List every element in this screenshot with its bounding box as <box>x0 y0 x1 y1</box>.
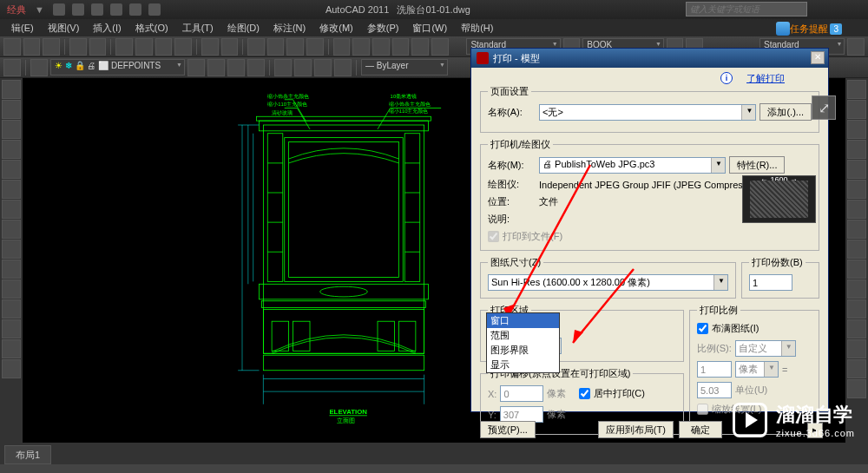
tool-hatch-icon[interactable] <box>2 259 21 279</box>
qat-new-icon[interactable] <box>53 3 65 16</box>
tool-chamfer-icon[interactable] <box>847 339 866 358</box>
tool-zoom-window-icon[interactable] <box>286 38 304 56</box>
printer-name-select[interactable]: 🖨 PublishToWeb JPG.pc3 <box>539 157 726 174</box>
tool-copy2-icon[interactable] <box>847 100 866 119</box>
qat-redo-icon[interactable] <box>129 3 141 16</box>
tool-offset-icon[interactable] <box>847 140 866 159</box>
tool-insert-icon[interactable] <box>294 59 312 76</box>
menu-tools[interactable]: 工具(T) <box>175 20 220 36</box>
tool-zoom-previous-icon[interactable] <box>306 38 324 56</box>
ok-button[interactable]: 确定 <box>679 421 722 438</box>
tool-layerstate-icon[interactable] <box>30 59 48 76</box>
tool-join-icon[interactable] <box>847 319 866 338</box>
tab-layout1[interactable]: 布局1 <box>4 445 51 464</box>
add-page-setup-button[interactable]: 添加(.)... <box>760 103 812 121</box>
tool-ellipse-icon[interactable] <box>2 240 21 259</box>
plot-range-dropdown-list[interactable]: 窗口 范围 图形界限 显示 <box>486 312 560 373</box>
tool-open-icon[interactable] <box>23 38 41 56</box>
tool-edit-icon[interactable] <box>314 59 332 76</box>
menu-view[interactable]: 视图(V) <box>41 20 87 36</box>
tool-toolpalette-icon[interactable] <box>372 38 390 56</box>
tool-spline-icon[interactable] <box>2 220 21 239</box>
tool-stretch-icon[interactable] <box>847 240 866 259</box>
tool-mld-icon[interactable] <box>847 38 865 56</box>
tool-erase-icon[interactable] <box>847 80 866 99</box>
tool-fillet-icon[interactable] <box>847 359 866 378</box>
center-plot-checkbox[interactable] <box>579 388 590 399</box>
tool-explode-icon[interactable] <box>847 379 866 398</box>
tool-save-icon[interactable] <box>43 38 60 56</box>
tool-cut-icon[interactable] <box>115 38 133 56</box>
tool-region-icon[interactable] <box>2 299 21 319</box>
tool-extend-icon[interactable] <box>847 279 866 299</box>
menu-parametric[interactable]: 参数(P) <box>360 20 406 36</box>
tool-text-icon[interactable] <box>2 339 21 358</box>
qat-open-icon[interactable] <box>72 3 84 16</box>
tool-xline-icon[interactable] <box>2 100 21 119</box>
qat-save-icon[interactable] <box>91 3 103 16</box>
tool-trim-icon[interactable] <box>847 259 866 279</box>
linetype-dropdown[interactable]: — ByLayer <box>361 59 448 76</box>
tool-break-icon[interactable] <box>847 299 866 319</box>
qat-undo-icon[interactable] <box>110 3 122 16</box>
apply-layout-button[interactable]: 应用到布局(T) <box>598 421 674 438</box>
info-icon[interactable]: i <box>720 72 733 84</box>
tool-markup-icon[interactable] <box>411 38 429 56</box>
learn-plot-link[interactable]: 了解打印 <box>746 72 785 85</box>
tool-layerlock-icon[interactable] <box>247 59 265 76</box>
menu-draw[interactable]: 绘图(D) <box>220 20 266 36</box>
tool-dc-icon[interactable] <box>352 38 370 56</box>
tool-line-icon[interactable] <box>2 80 21 99</box>
tool-layerfreeze-icon[interactable] <box>227 59 245 76</box>
menu-dimension[interactable]: 标注(N) <box>266 20 312 36</box>
tool-zoom-icon[interactable] <box>267 38 285 56</box>
help-search-input[interactable] <box>686 2 807 16</box>
tool-table2-icon[interactable] <box>2 319 21 338</box>
tool-copy-icon[interactable] <box>135 38 153 56</box>
tool-new-icon[interactable] <box>3 38 21 56</box>
tool-layer-icon[interactable] <box>3 59 21 76</box>
close-button[interactable]: ✕ <box>811 51 825 64</box>
tool-circle-icon[interactable] <box>2 200 21 219</box>
tool-undo-icon[interactable] <box>201 38 219 56</box>
tool-properties-icon[interactable] <box>333 38 351 56</box>
menu-format[interactable]: 格式(O) <box>128 20 175 36</box>
tool-sheetset-icon[interactable] <box>392 38 410 56</box>
tool-rect-icon[interactable] <box>2 160 21 179</box>
preview-button[interactable]: 预览(P)... <box>480 421 536 438</box>
tool-array-icon[interactable] <box>847 160 866 179</box>
tool-polygon-icon[interactable] <box>2 140 21 159</box>
layer-dropdown[interactable]: ☀ ❄ 🔒 🖨 ⬜ DEFPOINTS <box>50 59 185 76</box>
menu-window[interactable]: 窗口(W) <box>405 20 454 36</box>
tool-rotate-icon[interactable] <box>847 200 866 219</box>
tool-layeriso-icon[interactable] <box>187 59 205 76</box>
qat-print-icon[interactable] <box>148 3 161 16</box>
tool-preview-icon[interactable] <box>89 38 107 56</box>
tool-attr-icon[interactable] <box>334 59 352 76</box>
tool-redo-icon[interactable] <box>221 38 239 56</box>
tool-point-icon[interactable] <box>2 279 21 299</box>
plot-range-option-window[interactable]: 窗口 <box>487 313 559 328</box>
tool-paste-icon[interactable] <box>155 38 173 56</box>
copies-input[interactable] <box>749 274 792 291</box>
tool-pan-icon[interactable] <box>247 38 265 56</box>
tool-mirror-icon[interactable] <box>847 120 866 139</box>
tool-block-icon[interactable] <box>274 59 292 76</box>
tool-pline-icon[interactable] <box>2 120 21 139</box>
tool-arc-icon[interactable] <box>2 180 21 199</box>
tool-move-icon[interactable] <box>847 180 866 199</box>
plot-range-option-display[interactable]: 显示 <box>487 358 559 372</box>
tool-qcalc-icon[interactable] <box>431 38 449 56</box>
plot-range-option-limits[interactable]: 图形界限 <box>487 343 559 358</box>
page-setup-name-select[interactable]: <无> <box>539 104 756 121</box>
menu-help[interactable]: 帮助(H) <box>454 20 500 36</box>
floating-expand-button[interactable]: ⤢ <box>812 95 836 120</box>
menu-edit[interactable]: 辑(E) <box>4 20 41 36</box>
plot-range-option-extents[interactable]: 范围 <box>487 328 559 343</box>
tool-gradient-icon[interactable] <box>2 359 21 378</box>
menu-modify[interactable]: 修改(M) <box>312 20 360 36</box>
fit-to-paper-checkbox[interactable] <box>697 323 708 334</box>
tool-scale-icon[interactable] <box>847 220 866 239</box>
tool-match-icon[interactable] <box>174 38 192 56</box>
tool-layeroff-icon[interactable] <box>207 59 225 76</box>
